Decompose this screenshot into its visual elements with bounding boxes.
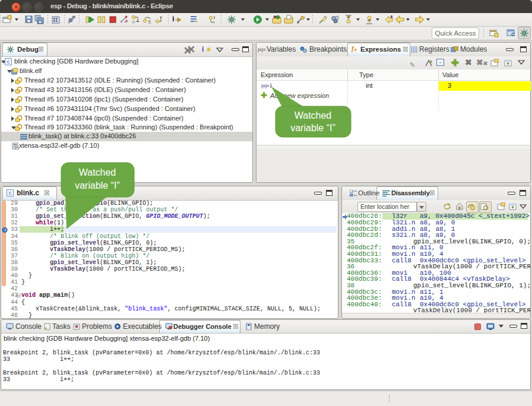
svg-text:Watched: Watched [79, 167, 116, 177]
svg-text:Watched: Watched [294, 110, 332, 120]
svg-text:variable “I”: variable “I” [290, 123, 335, 133]
svg-text:variable “I”: variable “I” [75, 180, 120, 191]
